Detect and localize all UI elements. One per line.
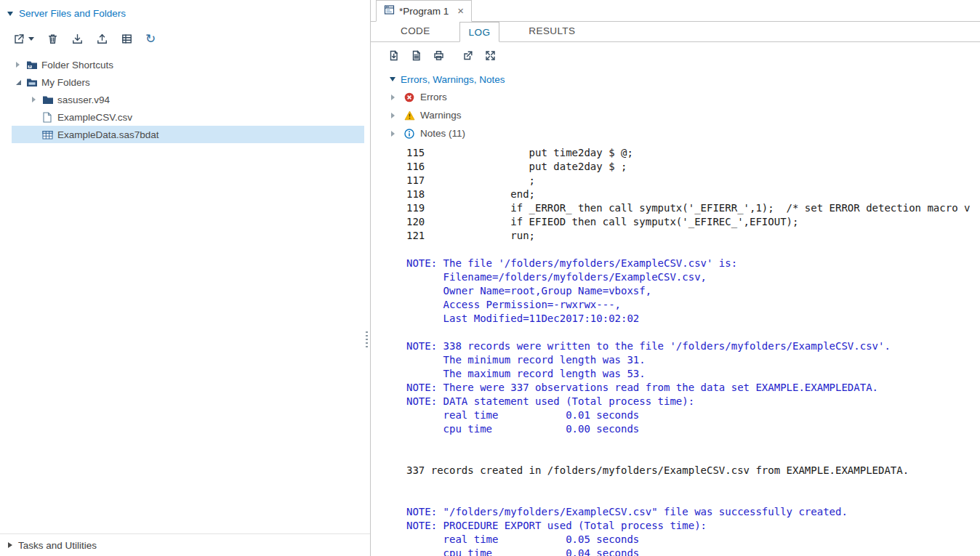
expand-arrow-icon[interactable] (391, 94, 401, 100)
log-output: 115 put time2day $ @;116 put date2day $ … (371, 142, 980, 556)
log-line: 118 end; (406, 188, 980, 201)
log-line: 120 if EFIEOD then call symputx('_EFIREC… (406, 215, 980, 229)
upload-icon (96, 33, 108, 45)
log-line (406, 326, 980, 339)
errors-label: Errors (420, 92, 447, 102)
tree-item-sasuser-v94[interactable]: sasuser.v94 (12, 91, 364, 108)
warning-icon (404, 110, 417, 121)
folder-icon (42, 94, 55, 105)
warnings-label: Warnings (420, 110, 462, 121)
program-tab-title: *Program 1 (399, 6, 449, 17)
server-files-title: Server Files and Folders (19, 8, 126, 19)
expand-arrow-icon[interactable] (16, 80, 26, 85)
new-button[interactable] (13, 33, 34, 45)
table-view-button[interactable] (121, 33, 133, 45)
csv-file-icon (42, 112, 55, 123)
messages-header[interactable]: Errors, Warnings, Notes (390, 70, 980, 88)
error-icon (404, 92, 417, 102)
print-icon (433, 49, 445, 62)
log-line: Filename=/folders/myfolders/ExampleCSV.c… (406, 270, 980, 284)
log-line: real time 0.01 seconds (406, 408, 980, 422)
log-line: real time 0.05 seconds (406, 533, 980, 547)
tree-item-examplecsv[interactable]: ExampleCSV.csv (12, 108, 364, 126)
program-tab-bar: *Program 1 × (371, 0, 980, 22)
notes-group[interactable]: Notes (11) (390, 124, 980, 142)
expand-arrow-icon[interactable] (391, 131, 401, 137)
delete-button[interactable] (47, 33, 59, 45)
warnings-group[interactable]: Warnings (390, 106, 980, 124)
delete-icon (47, 33, 59, 45)
tree-item-label: ExampleCSV.csv (57, 112, 132, 123)
expand-arrow-icon[interactable] (32, 97, 42, 102)
errors-group[interactable]: Errors (390, 88, 980, 106)
tab-code[interactable]: CODE (392, 21, 439, 41)
tree-item-my-folders[interactable]: My Folders (12, 73, 364, 91)
download-button[interactable] (71, 33, 84, 45)
tree-item-exampledata[interactable]: ExampleData.sas7bdat (12, 126, 364, 143)
log-line (406, 243, 980, 257)
log-line: 121 run; (406, 229, 980, 243)
log-line: The minimum record length was 31. (406, 353, 980, 367)
log-line (406, 450, 980, 464)
tree-item-label: ExampleData.sas7bdat (57, 129, 159, 140)
log-line (406, 491, 980, 505)
log-line: 117 ; (406, 174, 980, 188)
log-line: NOTE: PROCEDURE EXPORT used (Total proce… (406, 519, 980, 533)
messages-header-label: Errors, Warnings, Notes (401, 74, 505, 85)
info-icon (404, 129, 417, 139)
sas-dataset-icon (42, 130, 55, 140)
log-line: NOTE: "/folders/myfolders/ExampleCSV.csv… (406, 505, 980, 519)
open-new-window-icon (462, 49, 474, 62)
maximize-button[interactable] (484, 49, 497, 62)
close-tab-icon[interactable]: × (457, 6, 464, 16)
files-tree: Folder Shortcuts My Folders sasuser.v94 (0, 56, 370, 143)
log-line: Owner Name=root,Group Name=vboxsf, (406, 284, 980, 298)
editor-panel: *Program 1 × CODE LOG RESULTS (371, 0, 980, 556)
log-line: NOTE: DATA statement used (Total process… (406, 395, 980, 408)
new-icon (13, 33, 25, 45)
log-line: NOTE: 338 records were written to the fi… (406, 339, 980, 353)
maximize-icon (484, 49, 497, 62)
log-messages: Errors, Warnings, Notes Errors Warnings (371, 68, 980, 142)
download-icon (71, 33, 84, 45)
upload-button[interactable] (96, 33, 108, 45)
panel-splitter-handle[interactable] (366, 331, 368, 347)
files-toolbar: ↻ (13, 31, 370, 46)
tree-item-label: Folder Shortcuts (41, 60, 113, 70)
log-line: NOTE: The file '/folders/myfolders/Examp… (406, 257, 980, 270)
section-collapse-icon[interactable] (7, 12, 13, 16)
log-line: 115 put time2day $ @; (406, 146, 980, 160)
my-folders-icon (26, 77, 39, 87)
log-line: NOTE: There were 337 observations read f… (406, 381, 980, 395)
log-line: Last Modified=11Dec2017:10:02:02 (406, 312, 980, 326)
tree-item-folder-shortcuts[interactable]: Folder Shortcuts (12, 56, 364, 73)
refresh-icon: ↻ (145, 33, 156, 45)
log-line: Access Permission=-rwxrwx---, (406, 298, 980, 312)
log-file-button[interactable] (410, 49, 422, 62)
tree-item-label: sasuser.v94 (57, 94, 110, 105)
new-dropdown-caret-icon[interactable] (28, 37, 34, 41)
log-toolbar (371, 42, 980, 68)
tasks-and-utilities-label: Tasks and Utilities (18, 540, 97, 551)
server-files-header[interactable]: Server Files and Folders (0, 0, 370, 19)
section-expand-icon[interactable] (8, 542, 12, 548)
tab-results[interactable]: RESULTS (520, 21, 584, 41)
log-line: 116 put date2day $ ; (406, 160, 980, 174)
table-icon (121, 33, 133, 45)
program-icon (384, 4, 395, 17)
print-button[interactable] (433, 49, 445, 62)
messages-collapse-icon[interactable] (390, 77, 395, 81)
open-new-window-button[interactable] (462, 49, 474, 62)
download-log-button[interactable] (387, 49, 400, 62)
log-line (406, 478, 980, 491)
expand-arrow-icon[interactable] (391, 113, 401, 118)
log-line: 119 if _ERROR_ then call symputx('_EFIER… (406, 201, 980, 215)
program-tab[interactable]: *Program 1 × (376, 0, 472, 22)
view-tab-bar: CODE LOG RESULTS (371, 22, 980, 42)
tab-log[interactable]: LOG (459, 22, 500, 42)
notes-label: Notes (11) (420, 128, 465, 139)
tasks-and-utilities-section[interactable]: Tasks and Utilities (0, 533, 370, 556)
expand-arrow-icon[interactable] (16, 62, 26, 68)
refresh-button[interactable]: ↻ (145, 33, 156, 45)
log-line: 337 records created in /folders/myfolder… (406, 464, 980, 478)
